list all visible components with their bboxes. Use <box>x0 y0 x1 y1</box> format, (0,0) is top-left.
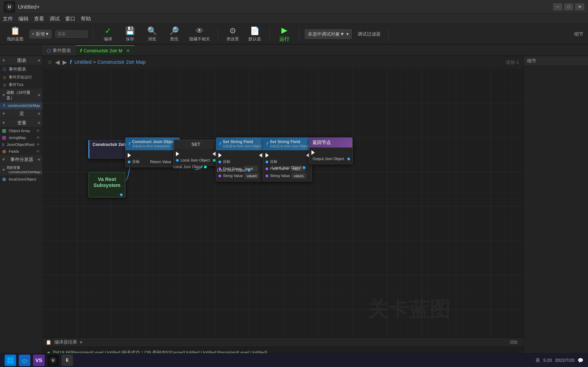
class-settings-button[interactable]: ⚙ 类设置 <box>224 25 242 43</box>
add-function-button[interactable]: + <box>37 92 40 98</box>
svg-text:U: U <box>52 358 54 362</box>
start-button[interactable] <box>5 355 16 366</box>
var-map-icon <box>2 136 6 140</box>
sidebar-item-event-graph[interactable]: ⬡ 事件图表 <box>0 65 42 73</box>
search-input[interactable] <box>55 31 87 38</box>
menu-edit[interactable]: 编辑 <box>18 15 28 22</box>
taskbar: VS U E 英 5:20 2022/7/20 💬 <box>0 353 588 367</box>
separator-4 <box>299 27 299 41</box>
ue-taskbar[interactable]: U <box>47 355 59 366</box>
va-rest-subsystem-node: Va Rest Subsystem <box>88 172 125 198</box>
var-eye-icon[interactable]: 👁 <box>36 129 40 133</box>
menu-window[interactable]: 窗口 <box>65 15 75 22</box>
add-variable-button[interactable]: + <box>37 120 40 126</box>
nav-back-button[interactable]: ◀ <box>55 59 60 66</box>
ssf1-strval-value: value0 <box>245 173 259 178</box>
var-eye-icon-4[interactable]: 👁 <box>36 150 40 154</box>
menu-file[interactable]: 文件 <box>3 15 13 22</box>
sidebar-event-dispatchers-header[interactable]: ▼ 事件分发器 + <box>0 155 42 164</box>
add-graph-button[interactable]: + <box>37 58 40 64</box>
compiler-results-dropdown[interactable]: ▾ <box>80 340 82 345</box>
svg-rect-3 <box>10 357 13 360</box>
add-macro-button[interactable]: + <box>37 111 40 117</box>
watermark: 关卡蓝图 <box>367 295 450 323</box>
favorite-icon[interactable]: ☆ <box>47 59 52 66</box>
sidebar-item-object-array[interactable]: Object Array 👁 <box>0 127 42 134</box>
default-value-button[interactable]: 📄 默认值 <box>246 25 264 43</box>
close-button[interactable]: ✕ <box>575 3 584 10</box>
sidebar-item-func-construct[interactable]: f constructstr2strMap <box>0 102 42 109</box>
menu-debug[interactable]: 调试 <box>50 15 60 22</box>
run-button[interactable]: ▶ 运行 <box>275 24 294 44</box>
tab-close-icon[interactable]: ✕ <box>126 48 130 53</box>
blueprint-canvas[interactable]: Constructstr 2str Map Va Rest Subsystem <box>43 69 524 337</box>
function-tab[interactable]: f Constructstr 2str M ✕ <box>76 45 134 56</box>
hide-unrelated-button[interactable]: 👁 隐藏不相关 <box>187 25 212 43</box>
sidebar-functions-header[interactable]: ▼ 函数（18可覆盖） + <box>0 89 42 102</box>
event-graph-icon: ⬡ <box>2 67 7 72</box>
hide-icon: 👁 <box>196 26 204 35</box>
set-exec-in <box>176 152 179 156</box>
add-dispatcher-button[interactable]: + <box>37 157 40 163</box>
browse-icon: 🔍 <box>147 26 157 35</box>
local-json-pin-1 <box>204 166 207 168</box>
return-title: 返回节点 <box>312 140 331 146</box>
compile-button[interactable]: ✓ 编译 <box>99 25 117 43</box>
find-button[interactable]: 🔎 查找 <box>165 25 183 43</box>
ssf2-exec-in <box>266 153 269 158</box>
event-graph-tab[interactable]: ⬡ 事件图表 <box>43 45 75 56</box>
taskbar-right: 英 5:20 2022/7/20 💬 <box>536 357 583 363</box>
clear-button[interactable]: 清除 <box>507 339 520 346</box>
sidebar-item-json-root[interactable]: JsonObjectRoot 👁 <box>0 141 42 148</box>
var-array-icon <box>2 129 6 133</box>
event-graph-icon: ⬡ <box>47 48 51 53</box>
debug-target-dropdown[interactable]: 未选中调试对象▼ ▾ <box>305 29 352 39</box>
menubar: 文件 编辑 查看 调试 窗口 帮助 <box>0 14 588 24</box>
construct-title: Construct Json Object <box>132 140 176 144</box>
breadcrumb-root[interactable]: Untitled <box>74 59 92 65</box>
notification-icon[interactable]: 💬 <box>578 358 583 363</box>
right-panel: 细节 <box>524 56 588 367</box>
browse-button[interactable]: 🔍 浏览 <box>143 25 161 43</box>
nav-forward-button[interactable]: ▶ <box>62 59 67 66</box>
ssf1-subtitle: 目标是Va Rest Json Object <box>223 144 262 148</box>
sidebar-item-event-begin-play[interactable]: ◇ 事件开始运行 <box>0 73 42 81</box>
maximize-button[interactable]: □ <box>564 3 573 10</box>
save-button[interactable]: 💾 保存 <box>121 25 139 43</box>
var-eye-icon-3[interactable]: 👁 <box>36 143 40 147</box>
sidebar-item-fields[interactable]: Fields 👁 <box>0 148 42 155</box>
function-breadcrumb-icon: f <box>70 59 72 65</box>
sidebar-item-string-map[interactable]: stringMap 👁 <box>0 134 42 141</box>
main-content: ▼ 图表 + ⬡ 事件图表 ◇ 事件开始运行 ◇ 事件Tick ▼ 函数（18可… <box>0 56 588 367</box>
blueprints-icon: 📋 <box>10 26 20 35</box>
sidebar-variables-header[interactable]: ▼ 变量 + <box>0 118 42 127</box>
breadcrumb-bar: ☆ ◀ ▶ f Untitled > Constructstr 2str Map… <box>43 56 524 69</box>
connector-layer <box>43 69 524 337</box>
subsystem-line2: Subsystem <box>94 182 120 188</box>
svg-rect-2 <box>7 357 10 360</box>
debug-filter-button[interactable]: 调试过滤器 <box>355 30 383 39</box>
sidebar-local-vars-header[interactable]: ▼ 局部变量（constructstr2strMap） + <box>0 164 42 176</box>
var-eye-icon-2[interactable]: 👁 <box>36 136 40 140</box>
set-string-field-1-node: f Set String Field 目标是Va Rest Json Objec… <box>216 137 265 181</box>
menu-view[interactable]: 查看 <box>34 15 44 22</box>
local-json-label-3: Local Json Object <box>272 166 305 170</box>
begin-play-icon: ◇ <box>2 75 7 80</box>
add-new-button[interactable]: + 新增▼ <box>29 30 52 39</box>
sidebar-item-event-tick[interactable]: ◇ 事件Tick <box>0 81 42 89</box>
vs-taskbar[interactable]: VS <box>33 355 44 366</box>
sidebar-macros-header[interactable]: ▼ 宏 + <box>0 109 42 118</box>
sidebar-graph-header[interactable]: ▼ 图表 + <box>0 56 42 65</box>
var-local-icon <box>2 177 6 181</box>
menu-help[interactable]: 帮助 <box>81 15 91 22</box>
edge-browser-taskbar[interactable] <box>19 355 30 366</box>
my-blueprints-button[interactable]: 📋 我的蓝图 <box>5 25 26 43</box>
ssf2-strval-value: value1 <box>292 173 306 178</box>
minimize-button[interactable]: ─ <box>553 3 562 10</box>
details-panel-header: 细节 <box>524 56 588 66</box>
sidebar-item-local-json[interactable]: localJsonObject <box>0 176 42 183</box>
return-output-pin <box>347 158 350 160</box>
compiler-results-icon: 📋 <box>46 340 52 345</box>
epic-taskbar[interactable]: E <box>61 355 73 366</box>
ssf1-strval-pin <box>218 175 221 177</box>
